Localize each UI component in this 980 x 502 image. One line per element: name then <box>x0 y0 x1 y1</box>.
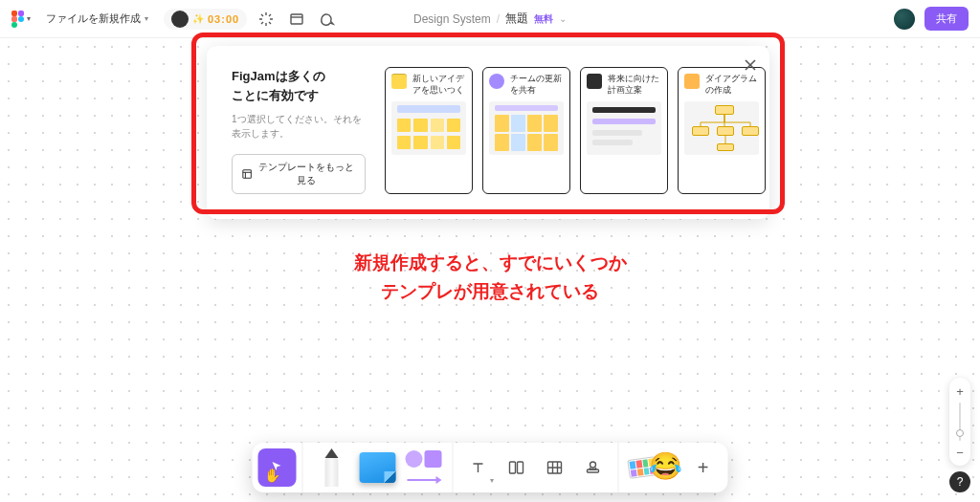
template-panel-title: FigJamは多くのことに有効です <box>232 67 366 104</box>
template-card-preview <box>391 101 466 155</box>
share-button[interactable]: 共有 <box>924 7 969 31</box>
template-card-brainstorm[interactable]: 新しいアイデアを思いつく <box>385 67 473 194</box>
more-templates-label: テンプレートをもっと見る <box>257 161 355 187</box>
stickers-tool[interactable]: 😂 <box>625 448 684 487</box>
comment-button[interactable] <box>316 8 339 31</box>
svg-rect-19 <box>588 469 599 472</box>
diagram-icon <box>684 74 700 89</box>
svg-point-18 <box>590 462 596 468</box>
sparkle-icon: ✨ <box>192 13 204 24</box>
template-icon <box>242 168 252 180</box>
svg-rect-12 <box>510 462 516 473</box>
sticky-note-icon <box>360 452 396 483</box>
ai-sparkle-button[interactable] <box>255 8 278 31</box>
template-card-title: チームの更新を共有 <box>510 74 564 96</box>
pencil-icon <box>320 448 345 487</box>
template-card-preview <box>684 101 759 155</box>
svg-rect-1 <box>18 11 24 16</box>
breadcrumb: Design System / 無題 無料 ⌄ <box>413 11 567 27</box>
zoom-in-button[interactable]: + <box>952 383 968 399</box>
pencil-tool[interactable] <box>309 448 355 487</box>
timer-value: 03:00 <box>208 13 239 25</box>
template-card-title: 新しいアイデアを思いつく <box>412 74 466 96</box>
project-name[interactable]: Design System <box>413 12 491 26</box>
zoom-controls: + − ? <box>949 378 970 492</box>
timer-avatar-icon <box>171 11 189 28</box>
svg-rect-3 <box>18 16 24 22</box>
svg-rect-9 <box>243 170 251 178</box>
laughing-emoji-icon: 😂 <box>649 450 682 482</box>
shapes-tool[interactable] <box>401 448 447 487</box>
hand-tool-icon: ✋ <box>264 468 280 483</box>
help-button[interactable]: ? <box>949 471 970 492</box>
file-create-menu[interactable]: ファイルを新規作成 ▾ <box>38 8 156 30</box>
text-tool[interactable]: ▾ <box>459 448 498 487</box>
svg-rect-4 <box>11 22 17 28</box>
close-button[interactable] <box>745 57 756 75</box>
template-card-diagram[interactable]: ダイアグラムの作成 <box>678 67 766 194</box>
template-card-title: ダイアグラムの作成 <box>705 74 759 96</box>
zoom-track[interactable] <box>959 403 961 441</box>
template-cards: 新しいアイデアを思いつく チームの更新を共有 <box>385 67 766 194</box>
zoom-slider[interactable]: + − <box>949 378 970 466</box>
svg-rect-5 <box>291 14 302 24</box>
timer-widget[interactable]: ✨ 03:00 <box>164 9 247 30</box>
svg-rect-0 <box>11 11 17 16</box>
top-bar-right: 共有 <box>894 7 969 31</box>
frame-button[interactable] <box>285 8 308 31</box>
template-card-preview <box>489 101 564 155</box>
svg-rect-2 <box>11 16 17 22</box>
file-create-label: ファイルを新規作成 <box>46 11 141 26</box>
zoom-thumb[interactable] <box>956 429 964 437</box>
more-templates-button[interactable]: テンプレートをもっと見る <box>232 154 366 194</box>
canvas[interactable]: FigJamは多くのことに有効です 1つ選択してください。それを表示します。 テ… <box>0 38 980 502</box>
template-card-share-update[interactable]: チームの更新を共有 <box>482 67 570 194</box>
sticky-note-icon <box>391 74 407 89</box>
template-card-plan[interactable]: 将来に向けた計画立案 <box>580 67 668 194</box>
plus-icon: + <box>698 457 709 479</box>
sticky-note-tool[interactable] <box>355 448 401 487</box>
annotation-text: 新規作成すると、すでにいくつかテンプレが用意されている <box>0 249 980 307</box>
section-tool[interactable] <box>498 448 536 487</box>
template-panel: FigJamは多くのことに有効です 1つ選択してください。それを表示します。 テ… <box>207 46 769 219</box>
file-name[interactable]: 無題 <box>505 11 528 27</box>
chevron-down-icon[interactable]: ⌄ <box>559 13 567 24</box>
megaphone-icon <box>489 74 504 89</box>
figjam-logo[interactable]: ▾ <box>11 10 31 29</box>
svg-rect-13 <box>518 462 523 473</box>
plan-badge[interactable]: 無料 <box>534 12 553 26</box>
stickers-icon: 😂 <box>629 448 680 487</box>
chevron-down-icon: ▾ <box>27 14 31 23</box>
table-tool[interactable] <box>536 448 574 487</box>
select-tool[interactable]: ✋ <box>258 448 297 487</box>
template-card-title: 将来に向けた計画立案 <box>608 74 661 96</box>
chevron-down-icon: ▾ <box>145 14 148 23</box>
stamp-tool[interactable] <box>574 448 612 487</box>
plan-icon <box>587 74 602 89</box>
bottom-toolbar: ✋ ▾ � <box>253 443 728 492</box>
top-bar-left: ▾ ファイルを新規作成 ▾ ✨ 03:00 <box>11 8 339 31</box>
template-panel-intro: FigJamは多くのことに有効です 1つ選択してください。それを表示します。 テ… <box>232 67 366 194</box>
template-card-preview <box>587 101 661 155</box>
zoom-out-button[interactable]: − <box>952 445 968 460</box>
add-more-button[interactable]: + <box>684 448 723 487</box>
breadcrumb-separator: / <box>497 12 500 26</box>
user-avatar[interactable] <box>894 9 915 30</box>
top-bar: ▾ ファイルを新規作成 ▾ ✨ 03:00 Design System / 無題… <box>0 0 980 38</box>
shapes-icon <box>404 450 444 485</box>
template-panel-subtitle: 1つ選択してください。それを表示します。 <box>232 112 366 141</box>
